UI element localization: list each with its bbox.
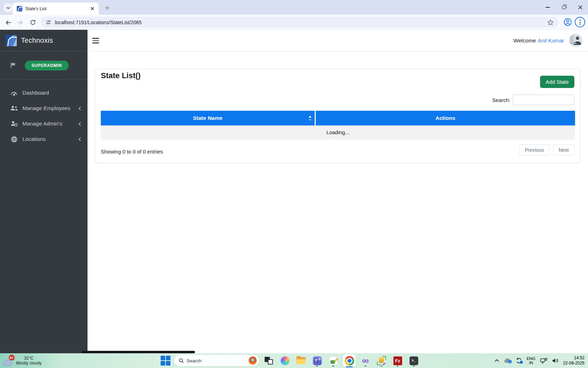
taskbar-app-terminal[interactable] xyxy=(407,354,420,367)
language-indicator[interactable]: ENG IN xyxy=(527,356,536,365)
taskbar-app-image-editor[interactable] xyxy=(327,354,340,367)
chevron-left-icon xyxy=(78,106,81,111)
sidebar-item-label: Manage Employees xyxy=(22,105,78,111)
search-input[interactable] xyxy=(513,95,574,105)
taskbar: 9+ 32°C Mostly cloudy Search xyxy=(0,353,588,368)
new-tab-button[interactable] xyxy=(103,4,111,12)
tray-chevron-up-icon[interactable] xyxy=(495,359,499,362)
search-label: Search: xyxy=(492,97,510,103)
tab-close-icon[interactable] xyxy=(89,6,95,12)
user-shield-icon xyxy=(10,121,18,127)
file-explorer-icon xyxy=(296,357,306,364)
forward-icon[interactable] xyxy=(15,18,25,27)
ssms-icon xyxy=(377,356,386,365)
taskbar-app-file-explorer[interactable] xyxy=(295,354,307,367)
window-controls xyxy=(540,0,588,15)
taskbar-search[interactable]: Search xyxy=(174,355,259,366)
browser-tab[interactable]: State's List xyxy=(13,2,99,15)
sidebar-item-manage-employees[interactable]: Manage Employees xyxy=(0,101,88,116)
column-header-state-name[interactable]: State Name xyxy=(101,111,316,125)
background-window-edge xyxy=(82,351,195,353)
username-link[interactable]: Anil Kumar xyxy=(538,38,564,44)
weather-cloud-icon: 9+ xyxy=(3,355,14,366)
brand[interactable]: Technoxis xyxy=(0,30,88,52)
search-icon xyxy=(179,358,184,363)
clock-time: 14:52 xyxy=(574,355,584,361)
column-label: Actions xyxy=(435,115,455,121)
teams-icon xyxy=(313,356,322,365)
weather-text: 32°C Mostly cloudy xyxy=(16,356,42,366)
info-badge-icon: i xyxy=(508,360,512,363)
reload-icon[interactable] xyxy=(28,18,38,27)
add-state-button[interactable]: Add State xyxy=(540,76,574,88)
start-button[interactable] xyxy=(160,355,171,366)
previous-page-button[interactable]: Previous xyxy=(519,144,550,156)
taskbar-app-task-view[interactable] xyxy=(262,354,275,367)
site-favicon-icon xyxy=(17,6,22,12)
sidebar-item-locations[interactable]: Locations xyxy=(0,131,88,147)
clock-date: 22-08-2025 xyxy=(563,361,584,366)
table-search: Search: xyxy=(492,95,574,105)
taskbar-app-filezilla[interactable] xyxy=(391,354,404,367)
next-page-button[interactable]: Next xyxy=(553,144,574,156)
system-tray: i ENG IN 14:52 22-08-2025 xyxy=(495,353,584,368)
app-header: Welcome Anil Kumar xyxy=(88,30,588,52)
weather-widget[interactable]: 9+ 32°C Mostly cloudy xyxy=(3,353,42,368)
sort-icon xyxy=(308,111,312,125)
sidebar: Technoxis SUPERADMIN Dashboard Manage Em… xyxy=(0,30,88,353)
browser-toolbar: localhost:7191/Locations/StateList/2065 xyxy=(0,15,588,30)
state-list-card: State List() Add State Search: State Nam… xyxy=(95,69,580,163)
language-line1: ENG xyxy=(527,356,536,361)
window-close-button[interactable] xyxy=(572,0,588,15)
restore-icon xyxy=(562,6,566,9)
onedrive-icon[interactable]: i xyxy=(504,358,511,363)
bookmark-star-icon[interactable] xyxy=(547,19,554,26)
search-highlight-icon xyxy=(248,356,257,365)
sidebar-item-label: Locations xyxy=(22,136,78,142)
window-minimize-button[interactable] xyxy=(540,0,556,15)
column-header-actions[interactable]: Actions xyxy=(316,111,575,125)
taskbar-clock[interactable]: 14:52 22-08-2025 xyxy=(563,355,584,366)
user-panel: SUPERADMIN xyxy=(0,52,88,80)
screen: State's List xyxy=(0,0,588,368)
copilot-icon xyxy=(281,356,289,365)
sidebar-item-label: Manage Admin's xyxy=(22,121,78,127)
volume-icon[interactable] xyxy=(552,358,559,363)
sidebar-item-dashboard[interactable]: Dashboard xyxy=(0,85,88,101)
chevron-left-icon xyxy=(78,137,81,142)
chrome-icon xyxy=(345,356,354,366)
site-settings-icon[interactable] xyxy=(46,19,51,25)
sync-icon[interactable] xyxy=(516,357,522,364)
taskbar-app-teams[interactable] xyxy=(311,354,323,367)
welcome-text: Welcome xyxy=(513,38,536,44)
speedometer-icon xyxy=(10,90,18,96)
sidebar-item-manage-admins[interactable]: Manage Admin's xyxy=(0,116,88,131)
network-icon[interactable] xyxy=(540,358,547,364)
taskbar-app-chrome[interactable] xyxy=(343,354,356,367)
taskbar-app-ssms[interactable] xyxy=(375,354,388,367)
weather-condition: Mostly cloudy xyxy=(16,361,42,366)
technoxis-logo-icon xyxy=(6,35,17,46)
taskbar-app-copilot[interactable] xyxy=(279,354,291,367)
weather-temperature: 32°C xyxy=(16,356,42,361)
users-icon xyxy=(10,105,18,111)
user-avatar[interactable] xyxy=(569,34,582,47)
back-icon[interactable] xyxy=(3,18,13,27)
plus-icon xyxy=(105,6,110,10)
taskbar-app-visual-studio[interactable] xyxy=(359,354,372,367)
window-restore-button[interactable] xyxy=(556,0,572,15)
browser-profile-icon[interactable] xyxy=(563,17,573,27)
task-view-icon xyxy=(265,357,273,364)
flag-icon xyxy=(10,62,16,69)
sidebar-item-label: Dashboard xyxy=(22,90,81,96)
url-text[interactable]: localhost:7191/Locations/StateList/2065 xyxy=(55,20,547,25)
browser-menu-icon[interactable] xyxy=(575,17,585,27)
table-header-row: State Name Actions xyxy=(101,111,575,125)
pagination: Previous Next xyxy=(519,144,574,156)
tab-search-icon[interactable] xyxy=(4,3,13,12)
address-bar[interactable]: localhost:7191/Locations/StateList/2065 xyxy=(41,17,559,28)
sync-status-dot xyxy=(520,361,523,364)
taskbar-search-label: Search xyxy=(187,358,246,363)
hamburger-menu-icon[interactable] xyxy=(92,36,101,45)
tab-title: State's List xyxy=(25,6,89,11)
